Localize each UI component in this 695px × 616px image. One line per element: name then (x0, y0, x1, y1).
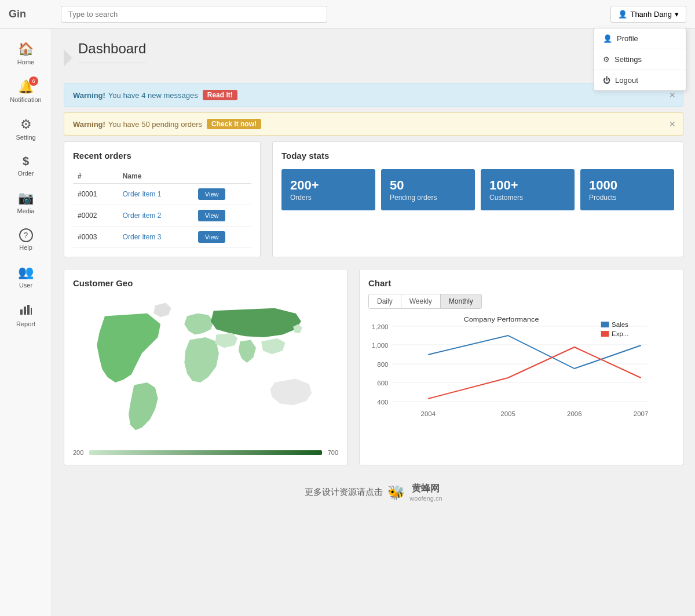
notification-badge: 6 (29, 76, 38, 86)
chart-svg: 1,200 1,000 800 600 400 2004 2005 2006 2… (368, 315, 674, 442)
svg-rect-18 (601, 322, 609, 327)
sidebar-item-notification[interactable]: 🔔 6 Notification (0, 72, 52, 110)
order-name: Order item 3 (118, 227, 193, 248)
today-stats-panel: Today stats 200+ Orders 50 Pending order… (272, 141, 683, 257)
sidebar-label-notification: Notification (10, 96, 41, 103)
legend-min: 200 (73, 449, 83, 456)
svg-text:1,200: 1,200 (372, 324, 389, 330)
map-svg (73, 294, 338, 444)
sidebar-label-order: Order (17, 170, 34, 177)
orders-table: # Name #0001 Order item 1 View #0002 Ord… (73, 169, 251, 248)
brand-name: 黄蜂网 (409, 483, 442, 495)
settings-label: Settings (614, 55, 642, 64)
order-link[interactable]: Order item 1 (123, 190, 162, 198)
profile-label: Profile (617, 34, 638, 43)
view-button[interactable]: View (198, 231, 226, 243)
profile-icon: 👤 (603, 34, 612, 43)
col-action (193, 169, 251, 184)
alert-orders-btn[interactable]: Check it now! (207, 119, 261, 129)
col-id: # (73, 169, 118, 184)
view-button[interactable]: View (198, 188, 226, 200)
sidebar-label-user: User (19, 282, 32, 289)
map-legend: 200 700 (73, 449, 338, 456)
sidebar-item-report[interactable]: Report (0, 296, 52, 334)
legend-max: 700 (328, 449, 338, 456)
svg-text:2007: 2007 (634, 411, 649, 417)
user-menu-button[interactable]: 👤 Thanh Dang ▾ (610, 6, 686, 23)
stat-number: 200+ (290, 178, 367, 193)
stat-number: 1000 (589, 178, 665, 193)
order-name: Order item 2 (118, 205, 193, 227)
stat-card: 100+ Customers (481, 169, 575, 210)
sidebar-item-order[interactable]: $ Order (0, 148, 52, 184)
chevron-down-icon: ▾ (675, 10, 679, 19)
alert-messages-btn[interactable]: Read it! (203, 90, 237, 100)
chart-title: Chart (368, 278, 674, 288)
chart-tab-daily[interactable]: Daily (369, 294, 401, 308)
dropdown-logout[interactable]: ⏻ Logout (594, 70, 686, 90)
app-logo: Gin (9, 8, 61, 20)
sidebar-item-help[interactable]: ? Help (0, 221, 52, 258)
svg-text:2004: 2004 (421, 411, 436, 417)
table-row: #0001 Order item 1 View (73, 184, 251, 205)
recent-orders-panel: Recent orders # Name #0001 Order item 1 … (64, 141, 261, 257)
dropdown-profile[interactable]: 👤 Profile (594, 28, 686, 49)
alert-messages-close[interactable]: ✕ (669, 90, 676, 100)
sidebar-item-setting[interactable]: ⚙ Setting (0, 110, 52, 148)
order-link[interactable]: Order item 3 (123, 233, 162, 241)
alert-orders-close[interactable]: ✕ (669, 119, 676, 129)
search-input[interactable] (61, 6, 327, 23)
sidebar-item-user[interactable]: 👥 User (0, 258, 52, 296)
chart-tab-monthly[interactable]: Monthly (441, 294, 481, 308)
sidebar-label-media: Media (17, 207, 35, 214)
svg-text:800: 800 (377, 362, 388, 368)
svg-rect-2 (27, 305, 30, 315)
col-name: Name (118, 169, 193, 184)
svg-text:2005: 2005 (500, 411, 515, 417)
logout-label: Logout (615, 76, 638, 85)
stat-label: Pending orders (390, 194, 437, 202)
alert-orders-body: You have 50 pending orders (108, 120, 202, 129)
notification-icon: 🔔 6 (18, 79, 34, 94)
view-button[interactable]: View (198, 210, 226, 221)
order-link[interactable]: Order item 2 (123, 212, 162, 220)
sidebar-item-home[interactable]: 🏠 Home (0, 35, 52, 72)
legend-gradient-bar (89, 450, 321, 455)
alert-orders: Warning! You have 50 pending orders Chec… (64, 112, 683, 136)
order-name: Order item 1 (118, 184, 193, 205)
alert-messages: Warning! You have 4 new messages Read it… (64, 83, 683, 107)
logout-icon: ⏻ (603, 76, 610, 85)
world-map (73, 294, 338, 444)
chart-tab-weekly[interactable]: Weekly (401, 294, 441, 308)
svg-text:Company Performance: Company Performance (464, 316, 539, 323)
footer: 更多设计资源请点击 🐝 黄蜂网 woofeng.cn (64, 465, 683, 519)
page-title: Dashboard (78, 41, 146, 63)
main-content: Dashboard Warning! You have 4 new messag… (52, 29, 695, 616)
alert-orders-warning: Warning! (73, 120, 105, 129)
stat-card: 50 Pending orders (381, 169, 475, 210)
stat-card: 1000 Products (580, 169, 674, 210)
order-icon: $ (23, 155, 29, 168)
watermark: 更多设计资源请点击 🐝 黄蜂网 woofeng.cn (81, 483, 666, 502)
user-dropdown: 👤 Profile ⚙ Settings ⏻ Logout (594, 28, 686, 91)
svg-text:Sales: Sales (612, 322, 628, 328)
svg-text:600: 600 (377, 380, 388, 387)
media-icon: 📷 (18, 191, 34, 206)
customer-geo-panel: Customer Geo (64, 269, 348, 465)
alert-messages-body: You have 4 new messages (108, 91, 198, 100)
home-icon: 🏠 (18, 42, 34, 57)
help-icon: ? (19, 228, 33, 242)
svg-rect-1 (24, 307, 26, 315)
dropdown-settings[interactable]: ⚙ Settings (594, 49, 686, 70)
stat-label: Customers (489, 194, 523, 202)
recent-orders-title: Recent orders (73, 151, 251, 161)
bee-icon: 🐝 (387, 484, 405, 501)
sidebar-label-home: Home (17, 59, 34, 65)
svg-text:1,000: 1,000 (372, 342, 389, 349)
sidebar-label-setting: Setting (16, 134, 35, 141)
sidebar-item-media[interactable]: 📷 Media (0, 184, 52, 221)
user-name: Thanh Dang (630, 10, 672, 19)
gear-icon: ⚙ (20, 117, 32, 132)
stat-number: 50 (390, 178, 466, 193)
table-row: #0003 Order item 3 View (73, 227, 251, 248)
